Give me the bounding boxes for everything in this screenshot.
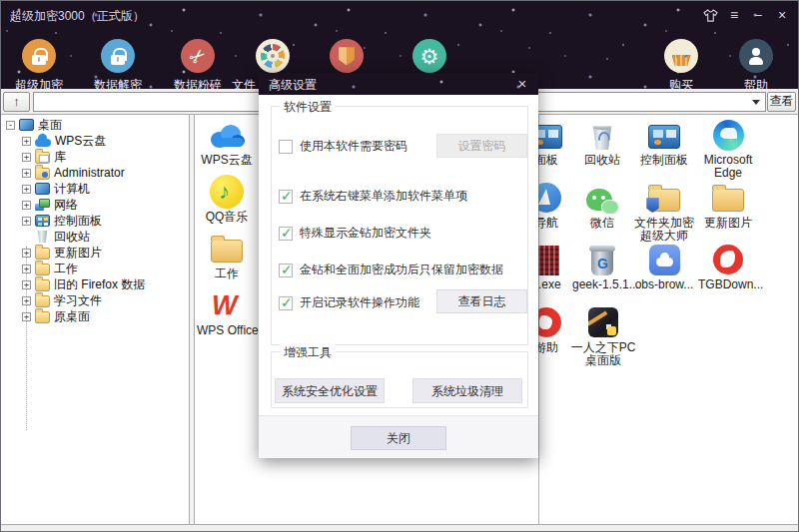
row-special-display[interactable]: 特殊显示金钻加密文件夹 <box>279 225 431 242</box>
tree-item-original-desktop[interactable]: +原桌面 <box>1 308 90 324</box>
tree-item-control-panel[interactable]: +控制面板 <box>1 213 102 229</box>
toolbar-item-settings[interactable] <box>394 39 465 77</box>
file-item-work[interactable]: 工作 <box>197 231 257 280</box>
control-panel-icon <box>35 215 50 227</box>
edge-icon <box>713 120 744 151</box>
desktop-item-label: 一人之下PC桌面版 <box>570 341 636 367</box>
desktop-item-control-panel[interactable]: 控制面板 <box>634 117 694 167</box>
tree-expander[interactable]: + <box>22 201 31 210</box>
checkbox[interactable] <box>279 264 293 277</box>
wps-office-icon <box>210 290 244 320</box>
chevron-down-icon[interactable] <box>747 94 764 110</box>
tree-item-computer[interactable]: +计算机 <box>1 181 90 197</box>
folder-icon <box>712 189 744 212</box>
desktop-item-folder-encrypt-master[interactable]: 文件夹加密超级大师 <box>634 180 694 243</box>
view-log-button[interactable]: 查看日志 <box>436 289 527 313</box>
tree-expander[interactable]: + <box>22 249 31 258</box>
checkbox[interactable] <box>279 140 293 154</box>
tree-item-label: 网络 <box>54 197 78 214</box>
group-label: 软件设置 <box>280 99 336 116</box>
desktop-item-edge[interactable]: Microsoft Edge <box>698 117 758 180</box>
desktop-item-label: geek-1.5.1... <box>572 278 632 291</box>
tree-item-label: 计算机 <box>54 181 90 198</box>
tree-item-label: 旧的 Firefox 数据 <box>54 276 145 293</box>
tree-expander[interactable]: + <box>22 265 31 273</box>
tree-item-label: 桌面 <box>38 117 62 134</box>
toolbar-item-protect[interactable] <box>311 39 383 77</box>
tree-item-network[interactable]: +网络 <box>1 197 78 213</box>
folder-icon <box>35 311 50 323</box>
row-context-menu[interactable]: 在系统右键菜单添加软件菜单项 <box>279 188 467 205</box>
lock-icon <box>22 39 56 73</box>
tree-item-administrator[interactable]: +Administrator <box>1 165 125 181</box>
file-item-wps-cloud[interactable]: WPS云盘 <box>197 117 257 167</box>
dialog-titlebar[interactable]: 高级设置 × <box>259 73 538 95</box>
toolbar-item-data-decrypt[interactable]: 数据解密 <box>82 39 154 94</box>
wechat-icon <box>586 189 612 211</box>
folder-tree-panel: -桌面 +WPS云盘 +库 +Administrator +计算机 +网络 +控… <box>1 115 189 524</box>
desktop-item-wechat[interactable]: 微信 <box>572 180 632 230</box>
titlebar[interactable]: 超级加密3000（正式版） ≡ − × <box>1 1 798 29</box>
tree-expander[interactable]: + <box>22 217 31 226</box>
desktop-item-recycle-bin[interactable]: 回收站 <box>572 117 632 167</box>
file-item-label: 工作 <box>197 267 257 280</box>
dialog-title: 高级设置 <box>269 77 317 94</box>
toolbar-item-buy[interactable]: 购买 <box>645 39 717 94</box>
tree-expander[interactable]: + <box>22 153 31 162</box>
checkbox[interactable] <box>279 190 293 204</box>
person-icon <box>739 39 773 73</box>
shield-icon <box>330 39 364 73</box>
folder-icon <box>35 248 50 260</box>
desktop-item-update-pictures[interactable]: 更新图片 <box>698 180 758 230</box>
desktop-item-yirenzhixia[interactable]: 一人之下PC桌面版 <box>570 304 636 367</box>
set-password-button[interactable]: 设置密码 <box>436 134 527 158</box>
wps-cloud-icon <box>207 121 247 152</box>
tree-expander[interactable]: + <box>22 169 31 178</box>
tree-item-recycle-bin[interactable]: 回收站 <box>1 229 90 245</box>
tree-expander[interactable]: + <box>22 312 31 321</box>
tree-item-desktop[interactable]: -桌面 <box>1 117 62 133</box>
tree-expander[interactable]: + <box>22 185 31 194</box>
tree-expander[interactable]: + <box>22 280 31 289</box>
file-item-label: WPS云盘 <box>197 154 257 167</box>
tree-item-wps-cloud[interactable]: +WPS云盘 <box>1 133 106 149</box>
tree-item-work[interactable]: +工作 <box>1 261 78 276</box>
toolbar-item-help[interactable]: 帮助 <box>720 39 792 94</box>
desktop-item-label: 回收站 <box>572 154 632 167</box>
dialog-close-icon[interactable]: × <box>514 75 530 92</box>
tree-expander[interactable]: + <box>22 137 31 146</box>
folder-icon <box>35 295 50 307</box>
checkbox-label: 在系统右键菜单添加软件菜单项 <box>300 188 467 205</box>
advanced-settings-dialog: 高级设置 × 软件设置 使用本软件需要密码 设置密码 在系统右键菜单添加软件菜单… <box>259 73 538 458</box>
file-item-qq-music[interactable]: QQ音乐 <box>197 174 257 224</box>
row-keep-encrypted-only[interactable]: 金钻和全面加密成功后只保留加密数据 <box>279 262 503 278</box>
tree-item-update-pictures[interactable]: +更新图片 <box>1 245 102 261</box>
tree-expander[interactable]: - <box>6 121 15 130</box>
control-panel-icon <box>648 125 680 149</box>
checkbox[interactable] <box>279 296 293 310</box>
desktop-item-tgb[interactable]: TGBDown... <box>698 242 758 291</box>
row-require-password[interactable]: 使用本软件需要密码 <box>279 138 407 155</box>
tree-item-label: 库 <box>54 149 66 166</box>
up-button[interactable]: ↑ <box>3 92 30 112</box>
menu-icon[interactable]: ≡ <box>724 4 744 26</box>
toolbar-item-super-encrypt[interactable]: 超级加密 <box>3 39 75 94</box>
system-junk-clean-button[interactable]: 系统垃圾清理 <box>412 378 522 403</box>
desktop-item-obs[interactable]: obs-brow... <box>634 242 694 291</box>
tree-item-library[interactable]: +库 <box>1 149 66 165</box>
row-log-operations[interactable]: 开启记录软件操作功能 <box>279 294 419 311</box>
view-button[interactable]: 查看 <box>767 92 796 112</box>
checkbox[interactable] <box>279 227 293 241</box>
desktop-item-geek[interactable]: geek-1.5.1... <box>572 242 632 291</box>
skin-icon[interactable] <box>700 4 720 26</box>
tree-item-study-files[interactable]: +学习文件 <box>1 292 102 308</box>
close-dialog-button[interactable]: 关闭 <box>351 426 446 450</box>
tree-item-old-firefox-data[interactable]: +旧的 Firefox 数据 <box>1 276 145 292</box>
window-controls: ≡ − × <box>700 1 792 29</box>
system-security-optimize-button[interactable]: 系统安全优化设置 <box>275 378 385 403</box>
tree-expander[interactable]: + <box>22 296 31 305</box>
color-wheel-icon <box>256 39 290 73</box>
minimize-icon[interactable]: − <box>748 4 768 26</box>
file-item-wps-office[interactable]: WPS Office <box>197 287 257 337</box>
close-icon[interactable]: × <box>772 4 792 26</box>
